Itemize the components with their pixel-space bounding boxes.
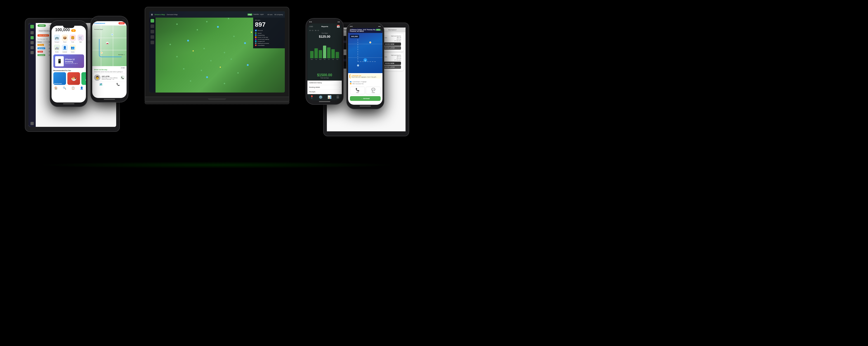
- recommended-title: Recommended For You: [52, 69, 86, 72]
- promo-count-badge: 10: [71, 29, 76, 32]
- service-shuttle[interactable]: 🚐 Shuttle: [53, 44, 60, 53]
- settlement-history-item[interactable]: Settlement history ›: [307, 80, 342, 85]
- phone-left-screen: 100,000 10 🚌 Transport 📦 Parcel �: [52, 26, 86, 102]
- map-pin-destination: [111, 34, 113, 35]
- notif-text: Need help with luggages, have 2 big golf…: [351, 76, 380, 78]
- arrow-icon-2: ›: [340, 86, 340, 88]
- phone-left-body: 9:41 ●●● 100,000 10 🚌 Transport: [50, 20, 88, 107]
- booking-details-item[interactable]: Booking details ›: [307, 85, 342, 90]
- date-range: 16 - 11 26 - 11: [307, 29, 342, 32]
- service-mart[interactable]: 🛒 Mart: [77, 35, 84, 43]
- sidebar-nav-3[interactable]: [31, 46, 34, 49]
- sidebar-nav-2[interactable]: [31, 41, 34, 44]
- status-pending: Pending: [37, 44, 44, 46]
- arrived-button[interactable]: → Arrived: [350, 96, 381, 101]
- promo-card-2[interactable]: 🍜: [67, 72, 80, 85]
- promo-card-1[interactable]: Special promo: [53, 72, 66, 85]
- bar-tue: [314, 48, 318, 58]
- bar-fri: [327, 47, 331, 58]
- clear-filters-btn[interactable]: Clear all filters: [37, 34, 49, 37]
- week-label: This Week: [309, 33, 340, 34]
- mart-icon: 🛒: [78, 35, 84, 41]
- car-marker: 🚗: [106, 42, 109, 44]
- suv-fare-value: $47.54: [397, 56, 401, 58]
- demand-map-tab[interactable]: Demand Map: [167, 13, 178, 15]
- bar-label-thu: Thu: [323, 59, 327, 60]
- parcel-label: Parcel: [63, 41, 66, 43]
- reports-bottom-nav: 📍 ⚙️ 📊 ☰: [307, 94, 342, 100]
- phone-map-device: 9:41 ●●● 07646360444 S.O.S: [90, 16, 128, 102]
- nav-reports-icon[interactable]: 📊: [328, 95, 331, 99]
- nav-home[interactable]: 🏠: [54, 86, 58, 90]
- filter-booking-type[interactable]: Booking type: All: [37, 38, 48, 40]
- filter-all-cars[interactable]: All cars: [268, 14, 273, 15]
- tab-active[interactable]: Active: [37, 24, 46, 27]
- drivers-map-tab[interactable]: Drivers Map: [155, 13, 165, 15]
- phone-notch: [63, 25, 74, 28]
- nav-orders[interactable]: 📋: [71, 86, 75, 90]
- receipts-item[interactable]: Receipts ›: [307, 90, 342, 94]
- signal-map: ●●●: [122, 19, 125, 20]
- nav-search[interactable]: 🔍: [63, 86, 66, 90]
- search-icon: 🔍: [63, 86, 66, 90]
- nav-profile[interactable]: 👤: [80, 86, 84, 90]
- arrived-label: Arrived: [363, 98, 370, 100]
- map-content: 🚗 The Home Depot Red Bath ++: [92, 26, 127, 66]
- bar-label-sat: Sat: [331, 59, 335, 60]
- map-area-label-2: Red Bath ++: [118, 54, 125, 55]
- toolbar-expand-icon[interactable]: ⊞: [151, 13, 153, 16]
- sidebar-nav-1[interactable]: [31, 31, 34, 34]
- bar-wed: [319, 50, 322, 58]
- currency-label: USD: [309, 26, 313, 28]
- assistant-icon: 👤: [62, 44, 68, 51]
- calendar-icon[interactable]: 📅: [337, 25, 340, 28]
- chat-button[interactable]: 💬 Chat: [366, 87, 381, 94]
- service-food[interactable]: 🍔 Food: [69, 35, 76, 43]
- service-parcel[interactable]: 📦 Parcel: [61, 35, 68, 43]
- promo-card-2-bg: 🍜: [67, 72, 80, 85]
- shuttle-icon: 🚐: [54, 44, 60, 51]
- transport-icon: 🚌: [54, 35, 60, 41]
- nav-location-icon[interactable]: 📍: [310, 95, 314, 99]
- nav-settings-icon[interactable]: ⚙️: [319, 95, 322, 99]
- map-mode-satellite[interactable]: Satellite: [253, 13, 259, 15]
- driver-text: 43C1.6789 Mercedes C Class (White) Samos…: [102, 76, 118, 80]
- sidebar-icon-3[interactable]: [151, 35, 154, 39]
- filter-company[interactable]: All company: [274, 14, 283, 15]
- sidebar-nav-4[interactable]: [31, 51, 34, 54]
- promo-banner-subtitle: Find out how to get it: [65, 63, 82, 64]
- arrow-icon-1: ›: [340, 82, 340, 83]
- sidebar-nav-settings[interactable]: [31, 122, 34, 125]
- status-cancel: Cancel: [37, 51, 43, 53]
- nav-map-tab[interactable]: 🗺️: [99, 83, 103, 86]
- call-driver-btn[interactable]: 📞: [120, 75, 125, 80]
- call-button[interactable]: 📞 Call: [350, 87, 365, 94]
- map-phone-header: 07646360444 S.O.S: [92, 21, 127, 26]
- service-assistant[interactable]: 👤 Assistant: [61, 44, 68, 53]
- map-area-label-1: The Home Depot: [94, 29, 103, 30]
- laptop-map: ⊞ Drivers Map Demand Map Map Satellite L…: [149, 11, 285, 93]
- service-guests[interactable]: 👥 Guests: [69, 44, 76, 53]
- col-status: Status: [37, 41, 49, 43]
- settlement-history-label: Settlement history: [309, 82, 322, 83]
- sidebar-icon-1[interactable]: [151, 24, 154, 28]
- iphone-promo-banner[interactable]: 📱 iPhone 12 Drawing Find out how to get …: [53, 55, 84, 68]
- phone-map-body: 9:41 ●●● 07646360444 S.O.S: [90, 16, 128, 102]
- sidebar-nav-active[interactable]: [31, 36, 34, 39]
- arrived-icon: →: [361, 98, 363, 100]
- call-label: Call: [356, 92, 359, 93]
- show-all-checkbox[interactable]: [255, 30, 257, 31]
- sos-button[interactable]: S.O.S: [119, 22, 125, 24]
- phone-number-display: 07646360444: [94, 22, 105, 24]
- map-mode-layer[interactable]: Layer: [260, 13, 264, 15]
- map-mode-map[interactable]: Map: [248, 13, 252, 15]
- scene: ⊞ Drivers Map Demand Map Map Satellite L…: [0, 0, 434, 173]
- sidebar-icon-2[interactable]: [151, 30, 154, 33]
- nav-more-icon[interactable]: ☰: [336, 95, 339, 99]
- service-transport[interactable]: 🚌 Transport: [53, 35, 60, 43]
- sidebar-icon-map[interactable]: [151, 19, 154, 23]
- notification-card: ⚠ Passenger note Need help with luggages…: [349, 74, 381, 78]
- nav-call-tab[interactable]: 📞: [116, 83, 120, 86]
- sidebar-icon-4[interactable]: [151, 41, 154, 44]
- promo-card-3[interactable]: ☕: [81, 72, 86, 85]
